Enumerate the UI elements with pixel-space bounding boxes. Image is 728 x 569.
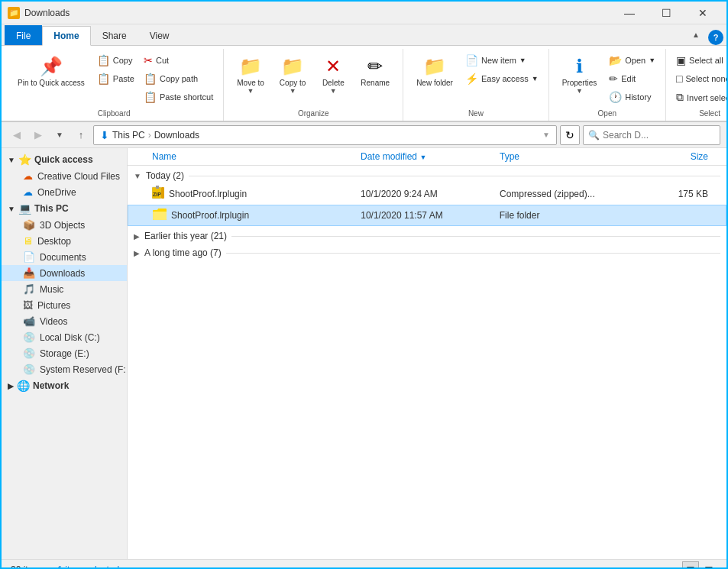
select-none-button[interactable]: □ Select none: [672, 70, 728, 87]
up-button[interactable]: ↑: [72, 126, 90, 144]
ribbon: File Home Share View ▲ ? 📌 Pin to Quick …: [2, 24, 726, 122]
tab-view[interactable]: View: [138, 25, 181, 45]
sidebar-item-network[interactable]: ▶ 🌐 Network: [2, 377, 127, 394]
videos-label: Videos: [40, 316, 67, 327]
sidebar-item-onedrive[interactable]: ☁ OneDrive: [2, 184, 127, 200]
column-date-modified[interactable]: Date modified ▼: [361, 151, 500, 162]
edit-button[interactable]: ✏ Edit: [605, 70, 659, 87]
clipboard-label: Clipboard: [11, 108, 217, 121]
sidebar-item-music[interactable]: 🎵 Music: [2, 281, 127, 297]
sidebar-item-documents[interactable]: 📄 Documents: [2, 249, 127, 265]
group-header-today[interactable]: ▼ Today (2): [128, 166, 726, 183]
history-button[interactable]: 🕐 History: [605, 89, 659, 105]
storage-e-icon: 💿: [23, 348, 35, 359]
local-disk-c-icon: 💿: [23, 331, 35, 343]
desktop-icon: 🖥: [23, 235, 33, 247]
details-view-button[interactable]: ⊟: [682, 561, 699, 570]
tab-home[interactable]: Home: [42, 26, 90, 46]
title-bar-icon: 📁: [8, 7, 20, 19]
sidebar-item-this-pc[interactable]: ▼ 💻 This PC: [2, 200, 127, 217]
tab-share[interactable]: Share: [91, 25, 138, 45]
delete-button[interactable]: ✕ Delete ▼: [314, 52, 352, 99]
copy-path-button[interactable]: 📋 Copy path: [140, 70, 217, 87]
pin-to-quick-access-button[interactable]: 📌 Pin to Quick access: [11, 52, 92, 91]
recent-locations-button[interactable]: ▼: [50, 126, 69, 144]
select-all-button[interactable]: ▣ Select all: [672, 52, 728, 69]
zip-file-icon: ZIP: [152, 186, 164, 202]
rename-button[interactable]: ✏ Rename: [354, 52, 396, 91]
downloads-icon: 📥: [23, 267, 35, 279]
group-label-earlier: Earlier this year (21): [144, 231, 227, 241]
status-bar: 30 items 1 item selected ⊟ ⊞: [2, 559, 726, 569]
forward-button[interactable]: ▶: [29, 126, 47, 144]
pictures-icon: 🖼: [23, 299, 33, 311]
back-button[interactable]: ◀: [8, 126, 26, 144]
sidebar-item-storage-e[interactable]: 💿 Storage (E:): [2, 345, 127, 361]
address-bar[interactable]: ⬇ This PC › Downloads ▼: [93, 125, 557, 145]
cut-button[interactable]: ✂ Cut: [140, 52, 217, 69]
address-this-pc[interactable]: This PC: [112, 130, 145, 141]
table-row[interactable]: ZIP ShootProof.lrplugin 10/1/2020 9:24 A…: [128, 183, 726, 205]
close-button[interactable]: ✕: [685, 2, 720, 24]
local-disk-c-label: Local Disk (C:): [40, 332, 100, 343]
sidebar-item-3d-objects[interactable]: 📦 3D Objects: [2, 217, 127, 233]
system-reserved-f-icon: 💿: [23, 364, 35, 375]
ribbon-group-new: 📁 New folder 📄 New item ▼ ⚡ Easy access …: [403, 49, 548, 121]
ribbon-collapse-arrow[interactable]: ▲: [690, 29, 702, 41]
column-type[interactable]: Type: [500, 151, 639, 162]
group-chevron-earlier: ▶: [134, 232, 140, 241]
tab-file[interactable]: File: [5, 25, 42, 45]
sidebar-item-pictures[interactable]: 🖼 Pictures: [2, 297, 127, 313]
sidebar-item-creative-cloud[interactable]: ☁ Creative Cloud Files: [2, 168, 127, 184]
svg-rect-2: [156, 186, 159, 189]
ribbon-group-clipboard: 📌 Pin to Quick access 📋 Copy 📋 Paste: [5, 49, 224, 121]
new-label: New: [409, 108, 542, 121]
address-dropdown[interactable]: ▼: [542, 131, 550, 139]
cut-icon: ✂: [144, 54, 153, 66]
open-items: ℹ Properties ▼ 📂 Open ▼ ✏ Edit 🕐: [555, 49, 659, 108]
properties-button[interactable]: ℹ Properties ▼: [555, 52, 604, 99]
downloads-label: Downloads: [40, 268, 85, 279]
ribbon-tabs: File Home Share View ▲ ?: [2, 24, 726, 46]
help-button[interactable]: ?: [708, 30, 723, 45]
move-icon: 📁: [239, 56, 262, 77]
copy-button[interactable]: 📋 Copy: [93, 52, 138, 69]
maximize-button[interactable]: ☐: [649, 2, 684, 24]
invert-selection-button[interactable]: ⧉ Invert selection: [672, 89, 728, 106]
search-input[interactable]: [603, 130, 715, 141]
new-folder-button[interactable]: 📁 New folder: [409, 52, 460, 91]
open-button[interactable]: 📂 Open ▼: [605, 52, 659, 69]
sidebar-item-system-reserved-f[interactable]: 💿 System Reserved (F:: [2, 361, 127, 377]
this-pc-icon: 💻: [18, 202, 31, 215]
copy-to-button[interactable]: 📁 Copy to ▼: [273, 52, 312, 99]
new-item-button[interactable]: 📄 New item ▼: [461, 52, 542, 69]
quick-access-label: Quick access: [34, 154, 93, 165]
column-name[interactable]: Name: [134, 151, 361, 162]
sidebar-item-desktop[interactable]: 🖥 Desktop: [2, 233, 127, 249]
large-icons-view-button[interactable]: ⊞: [700, 561, 717, 570]
main-layout: ▼ ⭐ Quick access ☁ Creative Cloud Files …: [2, 148, 726, 559]
search-bar[interactable]: 🔍: [583, 125, 720, 145]
sidebar-item-downloads[interactable]: 📥 Downloads: [2, 265, 127, 281]
column-size[interactable]: Size: [639, 151, 720, 162]
refresh-button[interactable]: ↻: [560, 125, 580, 145]
minimize-button[interactable]: —: [612, 2, 647, 24]
easy-access-button[interactable]: ⚡ Easy access ▼: [461, 70, 542, 87]
clipboard-items: 📌 Pin to Quick access 📋 Copy 📋 Paste: [11, 49, 217, 108]
sidebar-item-quick-access[interactable]: ▼ ⭐ Quick access: [2, 151, 127, 168]
table-row[interactable]: ShootProof.lrplugin 10/1/2020 11:57 AM F…: [128, 205, 726, 226]
address-downloads[interactable]: Downloads: [154, 130, 199, 141]
paste-button[interactable]: 📋 Paste: [93, 70, 138, 87]
sidebar-item-videos[interactable]: 📹 Videos: [2, 313, 127, 329]
move-to-button[interactable]: 📁 Move to ▼: [230, 52, 271, 99]
edit-icon: ✏: [609, 73, 618, 85]
group-line-earlier: [231, 236, 720, 237]
storage-e-label: Storage (E:): [40, 348, 89, 359]
select-none-icon: □: [676, 73, 682, 85]
selected-count: 1 item selected: [57, 564, 119, 570]
group-header-earlier[interactable]: ▶ Earlier this year (21): [128, 226, 726, 243]
paste-shortcut-button[interactable]: 📋 Paste shortcut: [140, 89, 217, 105]
group-line-longtime: [226, 253, 720, 254]
group-header-longtime[interactable]: ▶ A long time ago (7): [128, 243, 726, 260]
sidebar-item-local-disk-c[interactable]: 💿 Local Disk (C:): [2, 329, 127, 345]
